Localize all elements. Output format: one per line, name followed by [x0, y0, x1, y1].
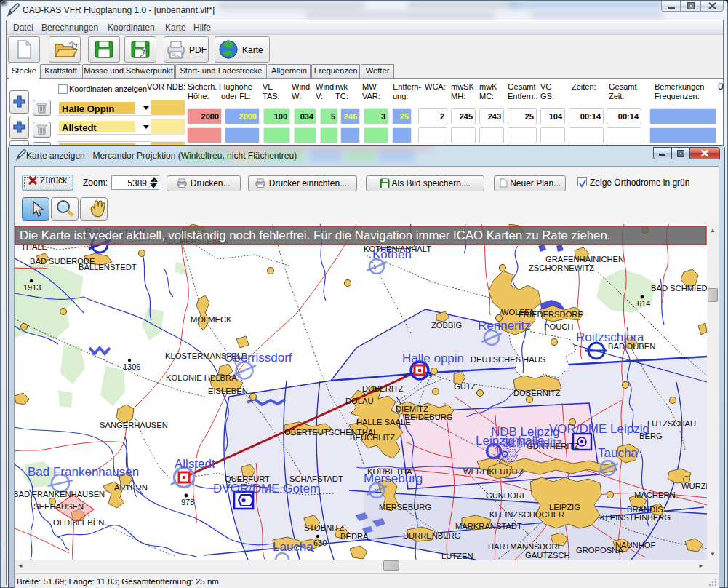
svg-text:OBERTEUTSCHENTHAL: OBERTEUTSCHENTHAL	[284, 428, 377, 437]
svg-text:NAUNHOF: NAUNHOF	[615, 541, 655, 549]
svg-text:Schkeuditz: Schkeuditz	[502, 436, 562, 450]
svg-text:HARTMANNSDORF: HARTMANNSDORF	[488, 542, 563, 551]
svg-text:MACHERN: MACHERN	[634, 490, 676, 499]
svg-text:Merseburg: Merseburg	[364, 472, 423, 485]
svg-text:DOBERITZ: DOBERITZ	[362, 384, 404, 393]
svg-text:KOLONIE HELBRA: KOLONIE HELBRA	[166, 373, 237, 382]
svg-text:MERSEBURG: MERSEBURG	[379, 503, 431, 512]
svg-text:ZSCHORNEWITZ: ZSCHORNEWITZ	[529, 263, 594, 272]
svg-text:DOLAU: DOLAU	[345, 397, 374, 405]
svg-text:DOBERNITZ: DOBERNITZ	[513, 389, 561, 397]
svg-text:EISLEBEN: EISLEBEN	[208, 386, 248, 395]
svg-text:WURZEN: WURZEN	[681, 482, 707, 490]
svg-text:SANGERHAUSEN: SANGERHAUSEN	[100, 421, 168, 429]
svg-text:630: 630	[313, 539, 327, 547]
svg-text:Renneritz: Renneritz	[478, 319, 531, 333]
svg-text:GUTZ: GUTZ	[454, 382, 476, 391]
svg-text:Die Karte ist weder aktuell, v: Die Karte ist weder aktuell, vollständig…	[20, 229, 610, 242]
svg-text:Köthen: Köthen	[372, 247, 412, 261]
svg-text:Allstedt: Allstedt	[175, 457, 215, 471]
svg-text:DVOR/DME Gotem: DVOR/DME Gotem	[213, 482, 320, 496]
svg-text:DEUTSCHES HAUS: DEUTSCHES HAUS	[471, 355, 545, 364]
svg-text:1306: 1306	[123, 362, 140, 371]
svg-text:POUCH: POUCH	[544, 322, 573, 331]
svg-text:GUNDORF: GUNDORF	[486, 491, 527, 500]
svg-text:GAUTZSCH: GAUTZSCH	[525, 551, 570, 560]
svg-text:Halle oppin: Halle oppin	[402, 351, 464, 365]
svg-text:ZOBBIG: ZOBBIG	[431, 321, 462, 330]
svg-text:LUTZSCHAU: LUTZSCHAU	[647, 419, 696, 428]
svg-text:DURRENBERG: DURRENBERG	[403, 531, 461, 540]
svg-text:KLEINZSCHOCHER: KLEINZSCHOCHER	[489, 510, 564, 519]
svg-text:SEEHAUSEN: SEEHAUSEN	[33, 502, 84, 511]
svg-text:FRIEDERSDORF: FRIEDERSDORF	[519, 310, 583, 319]
svg-text:BRANDIS: BRANDIS	[627, 505, 663, 514]
svg-text:STOBNITZ: STOBNITZ	[304, 523, 344, 532]
svg-text:REIDEBURG: REIDEBURG	[404, 413, 453, 421]
svg-text:WERLIKEUDITZ: WERLIKEUDITZ	[463, 467, 524, 476]
svg-text:ARTERN: ARTERN	[114, 483, 148, 492]
svg-text:BAD FRANKENHAUSEN: BAD FRANKENHAUSEN	[15, 490, 105, 498]
svg-text:978: 978	[181, 498, 194, 506]
svg-text:MOLMECK: MOLMECK	[191, 315, 232, 324]
svg-text:614: 614	[637, 299, 650, 308]
svg-text:OLDISLEBEN: OLDISLEBEN	[53, 518, 104, 527]
svg-text:Roitzschjora: Roitzschjora	[576, 330, 644, 344]
svg-text:BALLENSTEDT: BALLENSTEDT	[79, 263, 137, 271]
svg-text:1913: 1913	[23, 283, 41, 292]
svg-text:GRAFENHAINICHEN: GRAFENHAINICHEN	[545, 255, 624, 263]
svg-text:KLEINSTEINBERG: KLEINSTEINBERG	[600, 513, 671, 522]
svg-text:VOR/DME Leipzig: VOR/DME Leipzig	[549, 422, 649, 436]
svg-text:Bad Frankenhausen: Bad Frankenhausen	[28, 465, 139, 479]
svg-text:BAD SCHMIEDEBERG: BAD SCHMIEDEBERG	[651, 284, 707, 293]
svg-text:HALLE SAALE: HALLE SAALE	[356, 418, 411, 426]
svg-text:LUTZEN: LUTZEN	[441, 552, 473, 560]
svg-text:BEDRA: BEDRA	[340, 532, 369, 541]
svg-text:Laucha: Laucha	[273, 540, 313, 554]
svg-text:Taucha: Taucha	[598, 446, 638, 460]
svg-text:Oberrissdorf: Oberrissdorf	[224, 351, 292, 365]
svg-text:MARKRANSTADT: MARKRANSTADT	[455, 522, 522, 531]
